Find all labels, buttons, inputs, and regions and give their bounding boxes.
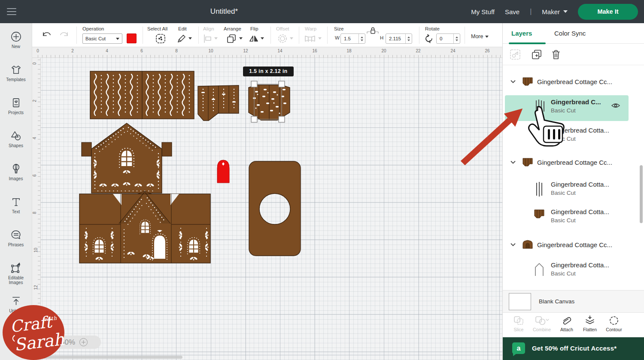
chimney-wrap-piece[interactable] <box>198 85 239 121</box>
blank-canvas-row[interactable]: Blank Canvas <box>503 290 644 312</box>
rotate-stepper[interactable] <box>453 34 460 43</box>
top-bar: Untitled* My Stuff Save | Maker Make It <box>0 0 644 23</box>
select-all-button[interactable] <box>155 33 166 45</box>
roof-panel-piece[interactable] <box>90 71 194 119</box>
promo-banner[interactable]: a Get 50% off Cricut Access* <box>503 337 644 360</box>
chevron-down-icon[interactable] <box>510 80 516 83</box>
trash-icon[interactable] <box>550 49 562 60</box>
design-canvas[interactable]: 0 2 4 6 8 10 12 14 16 18 20 22 24 26 0 2… <box>32 47 502 360</box>
layer-group-header[interactable]: Gingerbread Cottage Cc... <box>503 155 644 172</box>
layer-actions-row <box>503 44 644 65</box>
flatten-button[interactable]: Flatten <box>577 315 602 332</box>
house-walls-piece[interactable] <box>79 191 210 263</box>
layer-thumbnail-house-outline <box>533 262 546 277</box>
house-front-piece[interactable] <box>82 123 172 193</box>
chimney-front-piece-selected[interactable] <box>249 81 290 122</box>
height-value: 2.115 <box>386 34 405 43</box>
arrange-label: Arrange <box>224 26 241 31</box>
layer-group-header[interactable]: Gingerbread Cottage Cc... <box>503 238 644 255</box>
sidebar-item-text[interactable]: Text <box>0 194 32 227</box>
group-label: Gingerbread Cottage Cc... <box>537 159 612 166</box>
height-letter: H <box>380 35 383 40</box>
sidebar-item-upload[interactable]: Upload <box>0 293 32 326</box>
layer-group-header[interactable]: Gingerbread Cottage Cc... <box>503 75 644 92</box>
edit-button[interactable] <box>176 33 187 45</box>
design-objects[interactable] <box>32 47 502 360</box>
layer-operation: Basic Cut <box>551 270 576 277</box>
layer-operation: Basic Cut <box>551 217 576 224</box>
base-plate-piece[interactable] <box>249 161 301 256</box>
toolbar-divider <box>465 27 465 44</box>
sidebar-item-editable-images[interactable]: Editable Images <box>0 260 32 293</box>
chevron-down-icon[interactable] <box>239 37 243 39</box>
chevron-down-icon[interactable] <box>188 37 192 39</box>
offset-button[interactable] <box>278 34 287 45</box>
layer-row[interactable]: Gingerbread Cotta... Basic Cut <box>503 205 644 229</box>
chevron-down-icon[interactable] <box>261 37 264 39</box>
red-door-piece[interactable] <box>217 160 229 183</box>
layer-name: Gingerbread Cotta... <box>551 181 609 188</box>
combine-button[interactable]: Combine <box>529 315 554 332</box>
arrange-button[interactable] <box>226 33 237 45</box>
lock-icon[interactable] <box>366 27 379 34</box>
rotate-input[interactable]: 0 <box>436 33 460 44</box>
phrases-icon <box>10 229 22 241</box>
chevron-down-icon[interactable] <box>510 243 516 246</box>
undo-button[interactable] <box>41 30 53 42</box>
tab-layers[interactable]: Layers <box>511 23 532 44</box>
duplicate-icon[interactable] <box>531 49 542 60</box>
offset-label: Offset <box>276 26 289 31</box>
sidebar-item-images[interactable]: Images <box>0 160 32 194</box>
height-input[interactable]: 2.115 <box>386 33 412 44</box>
sidebar-item-new[interactable]: New <box>0 28 32 61</box>
machine-selector[interactable]: Maker <box>542 8 568 15</box>
operation-label: Operation <box>82 26 104 31</box>
more-button[interactable]: More <box>471 33 489 39</box>
panel-scrollbar[interactable] <box>640 165 643 223</box>
menu-icon[interactable] <box>7 8 16 15</box>
operation-select[interactable]: Basic Cut <box>82 33 122 44</box>
cricut-access-icon: a <box>512 342 525 354</box>
attach-button[interactable]: Attach <box>554 315 579 332</box>
save-link[interactable]: Save <box>505 8 519 15</box>
edit-toolbar: Operation Basic Cut Select All Edit Alig… <box>32 23 502 47</box>
size-tooltip: 1.5 in x 2.12 in <box>243 67 294 76</box>
size-label: Size <box>334 26 343 31</box>
sidebar-item-projects[interactable]: Projects <box>0 94 32 127</box>
layer-row[interactable]: Gingerbread Cotta... Basic Cut <box>503 178 644 202</box>
horizontal-scrollbar[interactable] <box>41 356 182 359</box>
width-input[interactable]: 1.5 <box>340 33 365 44</box>
sidebar-item-phrases[interactable]: Phrases <box>0 227 32 260</box>
contour-button[interactable]: Contour <box>601 315 626 332</box>
toolbar-divider <box>419 27 419 44</box>
layer-row[interactable]: Gingerbread Cotta... Basic Cut <box>503 124 644 148</box>
layer-row-selected[interactable]: Gingerbread C... Basic Cut <box>503 95 644 121</box>
warp-button[interactable] <box>304 34 316 45</box>
tab-color-sync[interactable]: Color Sync <box>554 23 586 44</box>
width-letter: W <box>335 35 340 40</box>
make-it-button[interactable]: Make It <box>578 4 638 20</box>
rotate-button[interactable] <box>424 34 434 45</box>
slice-button[interactable]: Slice <box>506 315 531 332</box>
my-stuff-link[interactable]: My Stuff <box>471 8 495 15</box>
sidebar-item-shapes[interactable]: Shapes <box>0 127 32 160</box>
align-button[interactable] <box>203 34 213 45</box>
redo-button[interactable] <box>58 30 70 42</box>
width-stepper[interactable] <box>358 34 365 43</box>
sidebar-item-templates[interactable]: Templates <box>0 61 32 94</box>
flip-button[interactable] <box>249 33 259 45</box>
group-icon[interactable] <box>510 49 521 60</box>
layer-row[interactable]: Gingerbread Cotta... Basic Cut <box>503 258 644 282</box>
document-title[interactable]: Untitled* <box>210 0 238 23</box>
zoom-in-icon[interactable] <box>79 338 88 346</box>
layer-operation: Basic Cut <box>551 107 576 114</box>
layers-panel: Layers Color Sync Gingerbread Cottage Cc… <box>502 23 644 360</box>
color-swatch[interactable] <box>127 33 137 43</box>
chevron-down-icon[interactable] <box>510 160 516 164</box>
layer-operation: Basic Cut <box>551 136 576 142</box>
toolbar-divider <box>327 27 328 44</box>
eye-icon[interactable] <box>611 102 620 109</box>
group-label: Gingerbread Cottage Cc... <box>537 241 612 248</box>
zoom-control[interactable]: 50% <box>54 336 101 349</box>
height-stepper[interactable] <box>405 34 412 43</box>
